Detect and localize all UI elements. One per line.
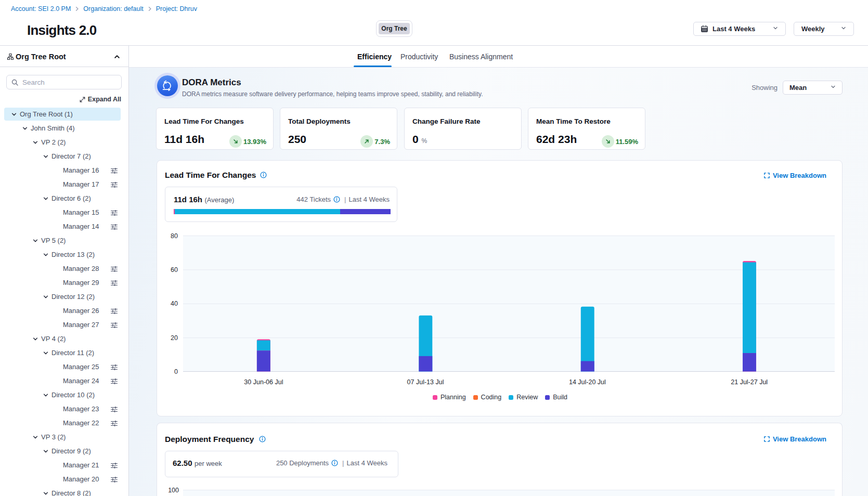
svg-text:60: 60 bbox=[171, 266, 178, 273]
svg-text:30 Jun-06 Jul: 30 Jun-06 Jul bbox=[244, 378, 283, 386]
svg-text:80: 80 bbox=[171, 232, 178, 240]
svg-text:20: 20 bbox=[171, 334, 178, 342]
svg-text:07 Jul-13 Jul: 07 Jul-13 Jul bbox=[407, 378, 444, 386]
svg-text:14 Jul-20 Jul: 14 Jul-20 Jul bbox=[569, 378, 606, 386]
svg-text:21 Jul-27 Jul: 21 Jul-27 Jul bbox=[731, 378, 768, 386]
svg-text:40: 40 bbox=[171, 300, 178, 307]
svg-text:100: 100 bbox=[168, 487, 179, 494]
svg-text:0: 0 bbox=[174, 368, 178, 375]
